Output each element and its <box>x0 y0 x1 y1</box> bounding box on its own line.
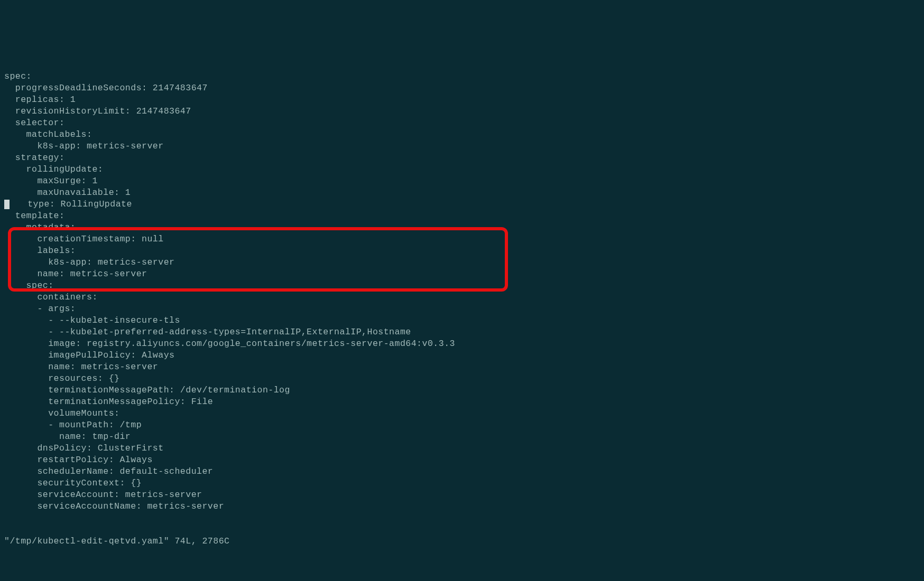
code-line[interactable]: maxUnavailable: 1 <box>4 187 920 199</box>
code-line[interactable]: spec: <box>4 71 920 82</box>
code-line[interactable]: creationTimestamp: null <box>4 233 920 245</box>
code-line[interactable]: rollingUpdate: <box>4 164 920 175</box>
code-line[interactable]: name: metrics-server <box>4 268 920 280</box>
code-line[interactable]: schedulerName: default-scheduler <box>4 466 920 477</box>
code-line[interactable]: metadata: <box>4 222 920 233</box>
code-line[interactable]: resources: {} <box>4 373 920 385</box>
code-line[interactable]: k8s-app: metrics-server <box>4 140 920 152</box>
code-line[interactable]: selector: <box>4 117 920 129</box>
code-line[interactable]: restartPolicy: Always <box>4 454 920 466</box>
code-line[interactable]: imagePullPolicy: Always <box>4 350 920 361</box>
code-line[interactable]: k8s-app: metrics-server <box>4 257 920 268</box>
code-line[interactable]: replicas: 1 <box>4 94 920 106</box>
yaml-code-area[interactable]: spec: progressDeadlineSeconds: 214748364… <box>4 71 920 512</box>
code-line[interactable]: name: tmp-dir <box>4 431 920 443</box>
code-line[interactable]: type: RollingUpdate <box>4 199 920 210</box>
code-line[interactable]: progressDeadlineSeconds: 2147483647 <box>4 82 920 94</box>
code-line[interactable]: revisionHistoryLimit: 2147483647 <box>4 106 920 117</box>
code-line[interactable]: - --kubelet-insecure-tls <box>4 315 920 326</box>
code-line[interactable]: image: registry.aliyuncs.com/google_cont… <box>4 338 920 350</box>
code-line[interactable]: volumeMounts: <box>4 408 920 419</box>
terminal-editor[interactable]: spec: progressDeadlineSeconds: 214748364… <box>0 46 924 560</box>
code-line[interactable]: strategy: <box>4 152 920 164</box>
code-line[interactable]: - mountPath: /tmp <box>4 419 920 431</box>
line-text: type: RollingUpdate <box>11 199 132 209</box>
vim-status-line: "/tmp/kubectl-edit-qetvd.yaml" 74L, 2786… <box>4 536 920 547</box>
code-line[interactable]: terminationMessagePolicy: File <box>4 396 920 408</box>
code-line[interactable]: serviceAccount: metrics-server <box>4 489 920 501</box>
code-line[interactable]: maxSurge: 1 <box>4 175 920 187</box>
code-line[interactable]: name: metrics-server <box>4 361 920 373</box>
code-line[interactable]: serviceAccountName: metrics-server <box>4 501 920 512</box>
code-line[interactable]: matchLabels: <box>4 129 920 140</box>
code-line[interactable]: template: <box>4 210 920 222</box>
code-line[interactable]: containers: <box>4 292 920 303</box>
code-line[interactable]: labels: <box>4 245 920 257</box>
code-line[interactable]: dnsPolicy: ClusterFirst <box>4 443 920 454</box>
text-cursor <box>4 200 10 209</box>
code-line[interactable]: spec: <box>4 280 920 292</box>
code-line[interactable]: - --kubelet-preferred-address-types=Inte… <box>4 326 920 338</box>
code-line[interactable]: terminationMessagePath: /dev/termination… <box>4 385 920 396</box>
code-line[interactable]: securityContext: {} <box>4 477 920 489</box>
code-line[interactable]: - args: <box>4 303 920 315</box>
